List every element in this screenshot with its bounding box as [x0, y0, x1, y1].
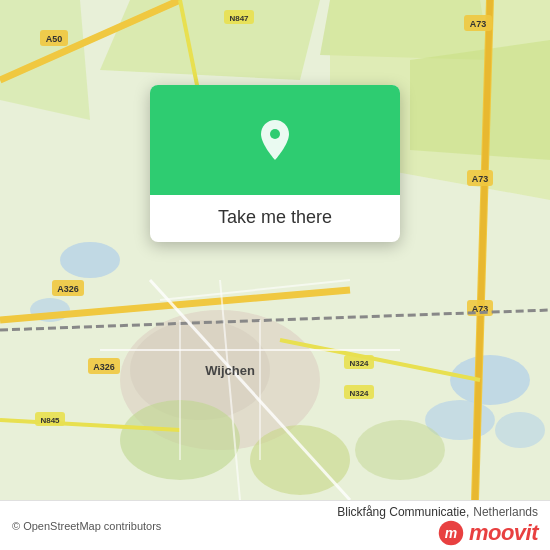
footer-left: © OpenStreetMap contributors	[12, 520, 161, 532]
popup-card: Take me there	[150, 85, 400, 242]
svg-marker-2	[100, 0, 320, 80]
footer-country-label: Netherlands	[473, 505, 538, 519]
svg-marker-6	[410, 40, 550, 160]
copyright-text: © OpenStreetMap contributors	[12, 520, 161, 532]
map-background: A73 A73 A73 A326 A326 A50 N847 N847 N324…	[0, 0, 550, 500]
svg-text:Wijchen: Wijchen	[205, 363, 255, 378]
location-pin-icon	[251, 116, 299, 164]
svg-text:m: m	[445, 525, 457, 541]
svg-text:A326: A326	[57, 284, 79, 294]
svg-text:A73: A73	[470, 19, 487, 29]
take-me-there-button[interactable]: Take me there	[218, 207, 332, 228]
svg-text:N847: N847	[229, 14, 249, 23]
svg-text:A326: A326	[93, 362, 115, 372]
svg-text:A73: A73	[472, 174, 489, 184]
popup-white-bottom: Take me there	[150, 195, 400, 242]
footer-logo: Blickfång Communicatie, Netherlands m mo…	[337, 505, 538, 547]
moovit-logo: m moovit	[437, 519, 538, 547]
svg-text:N845: N845	[40, 416, 60, 425]
moovit-text: moovit	[469, 520, 538, 546]
footer-company-label: Blickfång Communicatie,	[337, 505, 469, 519]
svg-point-55	[270, 129, 280, 139]
svg-point-16	[355, 420, 445, 480]
svg-point-7	[60, 242, 120, 278]
map-container: A73 A73 A73 A326 A326 A50 N847 N847 N324…	[0, 0, 550, 500]
footer-bar: © OpenStreetMap contributors Blickfång C…	[0, 500, 550, 550]
svg-text:N324: N324	[349, 359, 369, 368]
svg-point-11	[495, 412, 545, 448]
svg-point-9	[450, 355, 530, 405]
svg-text:A50: A50	[46, 34, 63, 44]
moovit-icon: m	[437, 519, 465, 547]
popup-green-top	[150, 85, 400, 195]
svg-text:N324: N324	[349, 389, 369, 398]
